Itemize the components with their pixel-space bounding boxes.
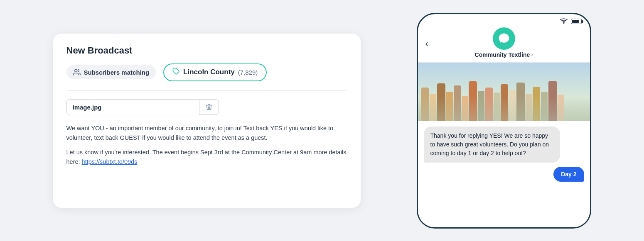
chat-messages: Thank you for replying YES! We are so ha… [418,121,590,227]
message-paragraph-1: We want YOU - an important member of our… [66,124,347,143]
sent-bubble: Day 2 [553,167,584,182]
contact-name[interactable]: Community Textline › [475,51,533,58]
tag-name: Lincoln County [183,68,235,76]
subscribers-row: Subscribers matching Lincoln County (7,8… [66,63,347,81]
received-bubble: Thank you for replying YES! We are so ha… [424,127,560,163]
contact-name-text: Community Textline [475,51,530,58]
chat-icon [498,32,510,45]
back-button[interactable]: ‹ [425,39,428,49]
file-row: Image.jpg [66,99,347,115]
tag-count: (7,829) [238,69,258,76]
wifi-icon [560,18,568,25]
subscribers-label: Subscribers matching [84,69,150,76]
chat-image [418,63,590,121]
card-title: New Broadcast [66,45,347,56]
users-icon [73,68,81,76]
status-bar [418,14,590,26]
avatar [493,27,515,50]
svg-point-2 [563,22,564,23]
message-paragraph-2: Let us know if you're interested. The ev… [66,148,347,167]
link-text: https://subtxt.to/09ds [82,158,138,165]
tag-icon [172,68,180,77]
trash-icon [205,103,213,111]
tag-badge[interactable]: Lincoln County (7,829) [163,63,267,81]
phone-body: Thank you for replying YES! We are so ha… [418,63,590,227]
file-name-text: Image.jpg [73,104,102,111]
subscribers-matching-button[interactable]: Subscribers matching [66,65,156,79]
contact-chevron: › [531,52,533,58]
phone-wrapper: ‹ Community Textline › [417,13,591,229]
message-link[interactable]: https://subtxt.to/09ds [82,158,138,165]
battery-icon [571,19,582,24]
svg-point-0 [74,69,77,72]
phone-header: ‹ Community Textline › [418,26,590,63]
broadcast-card: New Broadcast Subscribers matching Linco… [53,34,361,208]
divider [66,90,347,91]
phone-mockup: ‹ Community Textline › [417,13,591,229]
file-name: Image.jpg [66,99,199,115]
file-delete-button[interactable] [199,99,219,115]
